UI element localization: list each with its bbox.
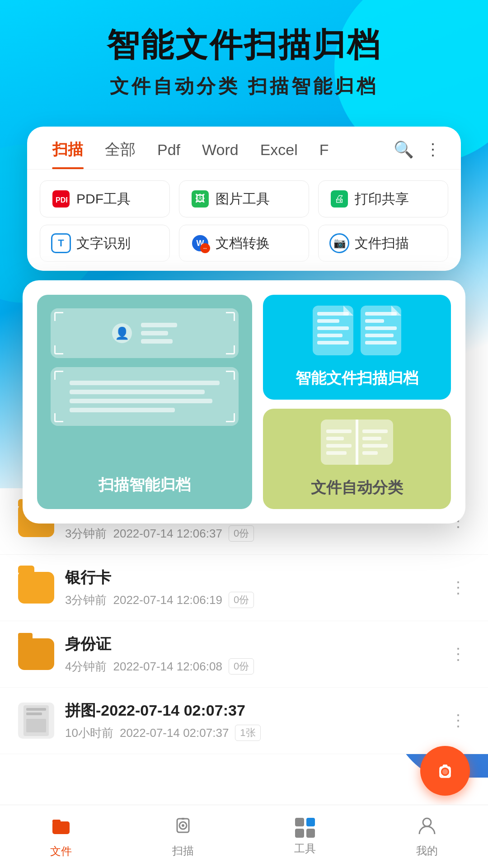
book-left-page: [321, 420, 357, 465]
more-button[interactable]: ⋮: [446, 641, 470, 667]
doc-illustration: [51, 367, 239, 426]
popup-right-bottom[interactable]: 文件自动分类: [263, 409, 451, 509]
nav-tools-icon: [295, 818, 315, 838]
print-tool-button[interactable]: 🖨 打印共享: [318, 180, 448, 217]
count-badge: 0份: [229, 592, 254, 608]
list-item-meta: 3分钟前 2022-07-14 12:06:37 0份: [65, 525, 436, 542]
more-button[interactable]: ⋮: [446, 708, 470, 734]
main-title: 智能文件扫描归档: [0, 27, 488, 63]
nav-tools-label: 工具: [294, 841, 316, 856]
list-item-info: 拼图-2022-07-14 02:07:37 10小时前 2022-07-14 …: [65, 700, 436, 741]
list-item-meta: 4分钟前 2022-07-14 12:06:08 0份: [65, 658, 436, 675]
list-item-meta: 3分钟前 2022-07-14 12:06:19 0份: [65, 592, 436, 608]
convert-tool-label: 文档转换: [216, 234, 270, 253]
svg-point-2: [442, 769, 448, 774]
svg-rect-4: [52, 820, 61, 823]
list-item[interactable]: 银行卡 3分钟前 2022-07-14 12:06:19 0份 ⋮: [0, 555, 488, 621]
ocr-icon: T: [51, 233, 71, 253]
nav-scan-label: 扫描: [172, 844, 194, 858]
bottom-nav: 文件 扫描 工具 我的: [0, 805, 488, 868]
convert-icon: W ↔: [190, 233, 210, 253]
ocr-tool-label: 文字识别: [76, 234, 131, 253]
doc-corner-bl: [54, 413, 63, 422]
card-fade: [27, 253, 461, 271]
nav-mine-icon: [417, 815, 437, 840]
count-badge: 1张: [235, 725, 260, 741]
nav-item-files[interactable]: 文件: [0, 805, 122, 868]
datetime: 2022-07-14 12:06:19: [113, 593, 222, 607]
count-badge: 0份: [229, 658, 254, 675]
filescan-tool-label: 文件扫描: [355, 234, 409, 253]
tabs-bar: 扫描 全部 Pdf Word Excel F 🔍 ⋮: [27, 127, 461, 170]
corner-bl: [54, 345, 63, 354]
nav-item-mine[interactable]: 我的: [366, 805, 488, 868]
book-right-page: [357, 420, 393, 465]
doc-icons-row: [313, 306, 401, 355]
book-spine: [356, 420, 358, 465]
svg-rect-8: [182, 818, 184, 820]
datetime: 2022-07-14 02:07:37: [120, 726, 229, 740]
scan-card-illustrations: 👤: [51, 308, 239, 426]
doc-corner-tl: [54, 371, 63, 380]
camera-fab-button[interactable]: [420, 746, 470, 796]
tab-pdf[interactable]: Pdf: [146, 141, 191, 168]
folder-icon-id: [18, 638, 54, 670]
doc-line-2: [70, 390, 205, 394]
list-item-meta: 10小时前 2022-07-14 02:07:37 1张: [65, 725, 436, 741]
book-illustration: [321, 420, 393, 465]
time-relative: 10小时前: [65, 725, 113, 741]
list-item[interactable]: 拼图-2022-07-14 02:07:37 10小时前 2022-07-14 …: [0, 688, 488, 754]
list-item-title: 拼图-2022-07-14 02:07:37: [65, 700, 436, 721]
nav-files-label: 文件: [50, 844, 72, 859]
pdf-tool-label: PDF工具: [76, 190, 131, 208]
sub-title: 文件自动分类 扫描智能归档: [0, 74, 488, 99]
doc-line-4: [70, 408, 175, 412]
count-badge: 0份: [229, 525, 254, 542]
id-line-2: [141, 331, 168, 335]
svg-text:PDF: PDF: [56, 196, 67, 204]
tab-word[interactable]: Word: [191, 141, 249, 168]
list-item-title: 身份证: [65, 634, 436, 655]
list-item-title: 银行卡: [65, 567, 436, 588]
nav-files-icon: [51, 815, 71, 840]
popup-right: 智能文件扫描归档 文件自动分类: [263, 295, 451, 509]
folder-icon-bank: [18, 572, 54, 604]
header: 智能文件扫描归档 文件自动分类 扫描智能归档: [0, 27, 488, 99]
file-list: 驾驶证 3分钟前 2022-07-14 12:06:37 0份 ⋮ 银行卡 3分…: [0, 488, 488, 754]
nav-item-scan[interactable]: 扫描: [122, 805, 244, 868]
id-line-1: [141, 323, 177, 327]
popup-left[interactable]: 👤: [37, 295, 252, 509]
doc-line-3: [70, 399, 212, 403]
svg-rect-3: [52, 821, 70, 834]
file-thumb-pinjie: [18, 703, 54, 739]
img-tool-label: 图片工具: [216, 190, 270, 208]
tab-excel[interactable]: Excel: [249, 141, 309, 168]
tab-all[interactable]: 全部: [94, 139, 146, 169]
datetime: 2022-07-14 12:06:37: [113, 527, 222, 541]
time-relative: 3分钟前: [65, 526, 107, 542]
datetime: 2022-07-14 12:06:08: [113, 660, 222, 674]
pdf-icon: PDF: [51, 189, 71, 209]
svg-point-7: [182, 824, 184, 827]
popup-left-label: 扫描智能归档: [99, 475, 191, 495]
search-icon[interactable]: 🔍: [388, 140, 419, 168]
id-card-content: 👤: [112, 323, 177, 344]
more-menu-icon[interactable]: ⋮: [419, 140, 446, 168]
nav-mine-label: 我的: [416, 844, 438, 858]
tab-f[interactable]: F: [309, 141, 340, 168]
tab-scan[interactable]: 扫描: [42, 139, 94, 169]
filescan-icon: 📷: [329, 233, 349, 253]
corner-tr: [226, 312, 235, 321]
img-icon: 🖼: [190, 189, 210, 209]
corner-br: [226, 345, 235, 354]
pdf-tool-button[interactable]: PDF PDF工具: [40, 180, 170, 217]
img-tool-button[interactable]: 🖼 图片工具: [179, 180, 309, 217]
doc-icon-1: [313, 306, 353, 355]
tools-row-1: PDF PDF工具 🖼 图片工具 🖨 打印共享: [27, 170, 461, 217]
time-relative: 3分钟前: [65, 592, 107, 608]
more-button[interactable]: ⋮: [446, 575, 470, 601]
list-item[interactable]: 身份证 4分钟前 2022-07-14 12:06:08 0份 ⋮: [0, 621, 488, 688]
popup-right-top[interactable]: 智能文件扫描归档: [263, 295, 451, 400]
doc-lines: [70, 381, 220, 412]
nav-item-tools[interactable]: 工具: [244, 805, 366, 868]
